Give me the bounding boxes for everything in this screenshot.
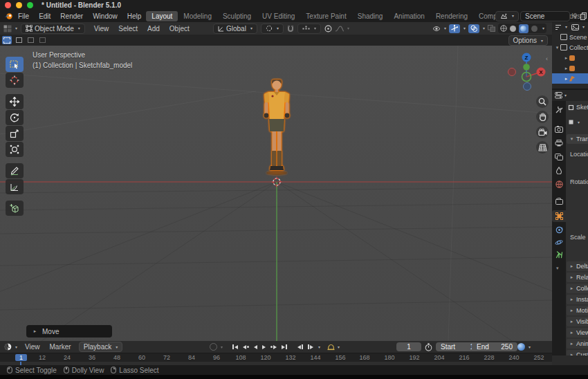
tool-select-box[interactable]	[6, 57, 24, 72]
workspace-tab-uv-editing[interactable]: UV Editing	[257, 11, 300, 21]
menu-edit[interactable]: Edit	[34, 12, 55, 20]
tab-object-data-properties[interactable]	[552, 249, 566, 261]
shading-rendered-button[interactable]	[531, 26, 538, 32]
outliner-display-mode-icon[interactable]	[571, 24, 579, 30]
jump-to-end-button[interactable]	[279, 343, 289, 351]
show-overlays-toggle[interactable]	[468, 24, 479, 33]
outliner-filter-icon[interactable]	[555, 24, 562, 30]
outliner-row-object[interactable]: ▸	[552, 63, 588, 73]
expand-icon[interactable]: ▸	[563, 55, 569, 61]
blender-logo-icon[interactable]	[4, 12, 13, 20]
panel-relations[interactable]: ▸Relations	[567, 272, 588, 282]
shading-material-preview-button[interactable]	[519, 24, 529, 33]
timeline-editor-type-button[interactable]: ▾	[4, 343, 17, 351]
tool-cursor[interactable]	[6, 73, 24, 88]
mode-dropdown[interactable]: Object Mode ▾	[21, 24, 85, 34]
proportional-editing-icon[interactable]	[324, 25, 332, 33]
model-soccer-player[interactable]	[257, 76, 296, 180]
jump-to-start-button[interactable]	[230, 343, 240, 351]
panel-transform[interactable]: ▾ Transform	[567, 134, 588, 144]
tab-world-properties[interactable]	[552, 178, 566, 190]
outliner-row-object[interactable]: ▸	[552, 53, 588, 63]
panel-visibility[interactable]: ▸Visibility	[567, 317, 588, 326]
viewport-3d[interactable]: User Perspective (1) Collection | Sketch…	[0, 46, 552, 341]
workspace-tab-modeling[interactable]: Modeling	[178, 11, 217, 21]
panel-animation[interactable]: ▸Animation	[567, 339, 588, 349]
menu-window[interactable]: Window	[88, 12, 122, 20]
panel-motion-paths[interactable]: ▸Motion Paths	[567, 306, 588, 315]
keying-set-icon[interactable]	[327, 344, 335, 351]
frame-forward-button[interactable]	[306, 343, 315, 351]
panel-viewport-display[interactable]: ▸Viewport Display	[567, 328, 588, 338]
scene-browse-button[interactable]: ▾	[495, 11, 519, 21]
proportional-falloff-dropdown[interactable]: ▾	[336, 26, 349, 32]
tab-scene-properties[interactable]	[552, 165, 566, 176]
editor-type-button[interactable]: ▾	[3, 25, 17, 33]
workspace-tab-texture-paint[interactable]: Texture Paint	[300, 11, 351, 21]
object-selector-dropdown[interactable]: ▾	[568, 119, 580, 125]
visibility-dropdown[interactable]: ▾	[432, 26, 446, 32]
tool-scale[interactable]	[6, 126, 24, 141]
xray-toggle[interactable]	[488, 25, 495, 32]
timeline-menu-marker[interactable]: Marker	[45, 343, 76, 351]
transform-orientation-dropdown[interactable]: Global ▾	[213, 24, 257, 34]
snap-with-dropdown[interactable]: ▾	[297, 24, 321, 34]
menu-help[interactable]: Help	[122, 12, 147, 20]
menu-file[interactable]: File	[13, 12, 34, 20]
pin-scene-icon[interactable]	[572, 12, 578, 19]
tab-physics-properties[interactable]	[552, 237, 566, 248]
playback-dropdown[interactable]: Playback ▾	[79, 342, 123, 352]
menu-object[interactable]: Object	[165, 25, 194, 33]
workspace-tab-layout[interactable]: Layout	[146, 11, 178, 21]
menu-render[interactable]: Render	[55, 12, 88, 20]
select-mode-extend-button[interactable]	[14, 36, 24, 44]
expand-icon[interactable]: ▸	[563, 66, 569, 71]
current-frame-field[interactable]: 1	[396, 342, 421, 351]
minimize-window-button[interactable]	[16, 2, 22, 8]
close-window-button[interactable]	[5, 2, 11, 8]
menu-select[interactable]: Select	[113, 25, 143, 33]
play-button[interactable]	[260, 344, 268, 351]
expand-icon[interactable]: ▸	[563, 76, 569, 82]
snap-toggle-magnet-icon[interactable]	[287, 25, 294, 33]
operator-panel-move[interactable]: ▸ Move	[26, 325, 112, 338]
outliner-row-collection[interactable]: ▾ Collection	[552, 42, 588, 53]
camera-view-icon[interactable]	[536, 126, 549, 138]
snap-target-dropdown[interactable]: ▾	[261, 24, 284, 34]
end-frame-field[interactable]: End 250	[472, 342, 517, 351]
tab-view-layer-properties[interactable]	[552, 151, 566, 163]
scene-name-field[interactable]: Scene	[520, 11, 570, 21]
toggle-orthographic-icon[interactable]	[536, 141, 549, 154]
tool-rotate[interactable]	[6, 110, 24, 125]
workspace-tab-shading[interactable]: Shading	[352, 11, 389, 21]
prev-keyframe-button[interactable]	[241, 344, 251, 351]
timeline-menu-view[interactable]: View	[20, 343, 45, 351]
workspace-tab-animation[interactable]: Animation	[388, 11, 430, 21]
select-mode-new-button[interactable]	[2, 36, 12, 44]
tab-output-properties[interactable]	[552, 137, 566, 149]
workspace-tab-sculpting[interactable]: Sculpting	[217, 11, 257, 21]
frame-back-button[interactable]	[295, 343, 305, 351]
tab-render-properties[interactable]	[552, 123, 566, 135]
select-mode-subtract-button[interactable]	[26, 36, 35, 44]
tab-object-properties[interactable]	[552, 210, 566, 222]
panel-collections[interactable]: ▸Collections	[567, 284, 588, 293]
tool-move[interactable]	[6, 94, 24, 109]
workspace-tab-rendering[interactable]: Rendering	[430, 11, 473, 21]
tool-transform[interactable]	[6, 142, 24, 157]
shading-solid-button[interactable]	[510, 26, 516, 32]
panel-custom-properties[interactable]: ▸Custom Properties	[567, 350, 588, 355]
timeline-sync-dropdown[interactable]: ▾	[517, 343, 531, 351]
current-frame-indicator[interactable]: 1	[15, 354, 27, 361]
tool-measure[interactable]	[6, 179, 24, 194]
show-gizmo-toggle[interactable]	[449, 24, 460, 33]
outliner-row-scene[interactable]: Scene Collection	[552, 32, 588, 42]
collapse-icon[interactable]: ▾	[554, 45, 560, 50]
properties-editor-icon[interactable]	[555, 92, 562, 99]
more-tabs-chevron-icon[interactable]: ▾	[556, 266, 559, 271]
select-mode-intersect-button[interactable]	[37, 36, 47, 44]
options-dropdown[interactable]: Options ▾	[508, 35, 548, 46]
panel-instancing[interactable]: ▸Instancing	[567, 295, 588, 304]
pan-view-hand-icon[interactable]	[536, 111, 549, 123]
tool-annotate[interactable]	[6, 163, 24, 178]
